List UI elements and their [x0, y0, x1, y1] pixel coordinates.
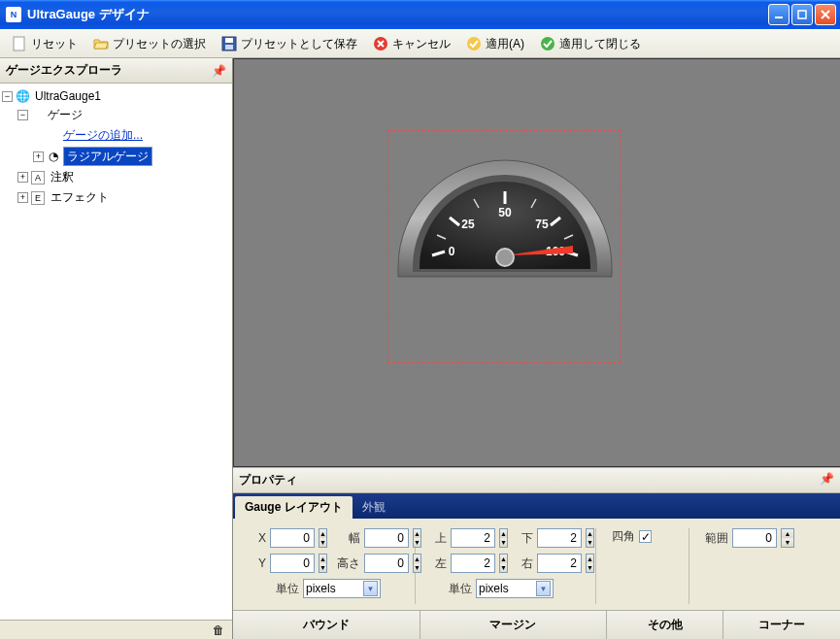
gauge-hub: [496, 249, 514, 266]
selection-rect[interactable]: 0 25 50 75 100: [387, 130, 621, 363]
footer-margin: マージン: [420, 611, 608, 639]
extent-input[interactable]: [732, 528, 777, 548]
y-label: Y: [245, 556, 266, 570]
folder-open-icon: [93, 36, 109, 51]
cancel-button[interactable]: キャンセル: [367, 33, 456, 55]
tree-annotations[interactable]: 注釈: [48, 168, 77, 186]
radial-gauge-icon: ◔: [47, 150, 60, 163]
unit-select[interactable]: pixels▼: [303, 579, 381, 598]
close-button[interactable]: [815, 4, 836, 25]
right-input[interactable]: [537, 554, 582, 573]
load-preset-button[interactable]: プリセットの選択: [87, 33, 212, 55]
cancel-icon: [373, 36, 388, 51]
bottom-input[interactable]: [537, 528, 582, 548]
footer-corner: コーナー: [723, 611, 840, 639]
pin-icon[interactable]: 📌: [212, 64, 226, 78]
explorer-header: ゲージエクスプローラ 📌: [0, 58, 232, 84]
apply-icon: [466, 36, 482, 51]
x-input[interactable]: [270, 528, 315, 548]
height-label: 高さ: [331, 555, 360, 572]
margin-unit-select[interactable]: pixels▼: [476, 579, 554, 598]
design-canvas[interactable]: 0 25 50 75 100: [233, 58, 840, 467]
properties-panel: プロパティ 📌 Gauge レイアウト 外観 X ▲▼ 幅 ▲▼: [233, 467, 840, 639]
svg-rect-1: [798, 11, 806, 18]
x-label: X: [245, 531, 266, 545]
footer-bounds: バウンド: [233, 611, 420, 639]
trash-icon[interactable]: 🗑: [213, 623, 224, 637]
annotation-icon: A: [31, 171, 45, 185]
expand-icon[interactable]: +: [17, 172, 28, 183]
height-spinner[interactable]: ▲▼: [413, 554, 421, 573]
right-label: 右: [512, 555, 533, 572]
y-spinner[interactable]: ▲▼: [319, 554, 327, 573]
tree[interactable]: −🌐UltraGauge1 −ゲージ ゲージの追加... +◔ラジアルゲージ +…: [0, 84, 232, 620]
save-icon: [221, 36, 237, 51]
svg-rect-0: [775, 17, 783, 18]
width-spinner[interactable]: ▲▼: [413, 528, 421, 548]
extent-label: 範囲: [699, 530, 728, 547]
tree-radial-gauge[interactable]: ラジアルゲージ: [63, 147, 152, 166]
x-spinner[interactable]: ▲▼: [319, 528, 327, 548]
explorer-panel: ゲージエクスプローラ 📌 −🌐UltraGauge1 −ゲージ ゲージの追加..…: [0, 58, 233, 639]
save-preset-button[interactable]: プリセットとして保存: [216, 33, 363, 55]
apply-close-label: 適用して閉じる: [559, 36, 641, 52]
properties-footer: バウンド マージン その他 コーナー: [233, 610, 840, 639]
expand-icon[interactable]: +: [17, 192, 28, 203]
load-preset-label: プリセットの選択: [113, 36, 206, 52]
window-title: UltraGauge デザイナ: [27, 6, 768, 23]
margin-unit-label: 単位: [425, 581, 472, 597]
svg-rect-5: [225, 45, 233, 50]
explorer-title: ゲージエクスプローラ: [6, 62, 122, 79]
maximize-button[interactable]: [791, 4, 813, 25]
gauge-tick-75: 75: [535, 218, 549, 231]
tree-root[interactable]: UltraGauge1: [32, 88, 104, 104]
left-input[interactable]: [451, 554, 495, 573]
reset-button[interactable]: リセット: [6, 33, 84, 55]
gauge-tick-0: 0: [449, 245, 455, 258]
minimize-button[interactable]: [768, 4, 790, 25]
tree-node-gauge[interactable]: ゲージ: [45, 106, 85, 124]
gauge-root-icon: 🌐: [16, 89, 29, 103]
pin-icon[interactable]: 📌: [820, 472, 834, 488]
top-label: 上: [425, 530, 447, 547]
chevron-down-icon: ▼: [536, 581, 551, 596]
titlebar: N UltraGauge デザイナ: [0, 0, 840, 29]
gauge-tick-50: 50: [498, 206, 512, 219]
apply-label: 適用(A): [486, 36, 524, 52]
apply-close-button[interactable]: 適用して閉じる: [534, 33, 647, 55]
collapse-icon[interactable]: −: [17, 110, 28, 120]
save-preset-label: プリセットとして保存: [241, 36, 357, 52]
collapse-icon[interactable]: −: [2, 91, 13, 102]
unit-label: 単位: [245, 581, 299, 597]
left-spinner[interactable]: ▲▼: [499, 554, 508, 573]
height-input[interactable]: [364, 554, 409, 573]
cancel-label: キャンセル: [392, 36, 451, 52]
tab-appearance[interactable]: 外観: [353, 496, 395, 519]
blank-page-icon: [12, 36, 27, 51]
tree-effects[interactable]: エフェクト: [48, 188, 112, 207]
left-label: 左: [425, 555, 447, 572]
expand-icon[interactable]: +: [33, 151, 44, 162]
toolbar: リセット プリセットの選択 プリセットとして保存 キャンセル 適用(A) 適用し…: [0, 29, 840, 58]
radial-gauge[interactable]: 0 25 50 75 100: [388, 131, 622, 289]
square-label: 四角: [606, 528, 635, 545]
apply-button[interactable]: 適用(A): [460, 33, 530, 55]
right-spinner[interactable]: ▲▼: [586, 554, 594, 573]
reset-label: リセット: [31, 36, 78, 52]
explorer-footer: 🗑: [0, 620, 232, 639]
footer-misc: その他: [607, 611, 723, 639]
top-spinner[interactable]: ▲▼: [499, 528, 508, 548]
bottom-spinner[interactable]: ▲▼: [586, 528, 594, 548]
tree-add-gauge[interactable]: ゲージの追加...: [60, 126, 146, 145]
apply-close-icon: [540, 36, 555, 51]
tab-layout[interactable]: Gauge レイアウト: [235, 496, 353, 519]
square-checkbox[interactable]: ✓: [639, 530, 652, 543]
top-input[interactable]: [451, 528, 495, 548]
y-input[interactable]: [270, 554, 315, 573]
svg-point-7: [467, 37, 481, 50]
gauge-tick-25: 25: [461, 218, 475, 231]
svg-point-8: [541, 37, 554, 50]
svg-rect-4: [225, 38, 233, 43]
width-input[interactable]: [364, 528, 409, 548]
extent-spinner[interactable]: ▲▼: [781, 528, 794, 548]
